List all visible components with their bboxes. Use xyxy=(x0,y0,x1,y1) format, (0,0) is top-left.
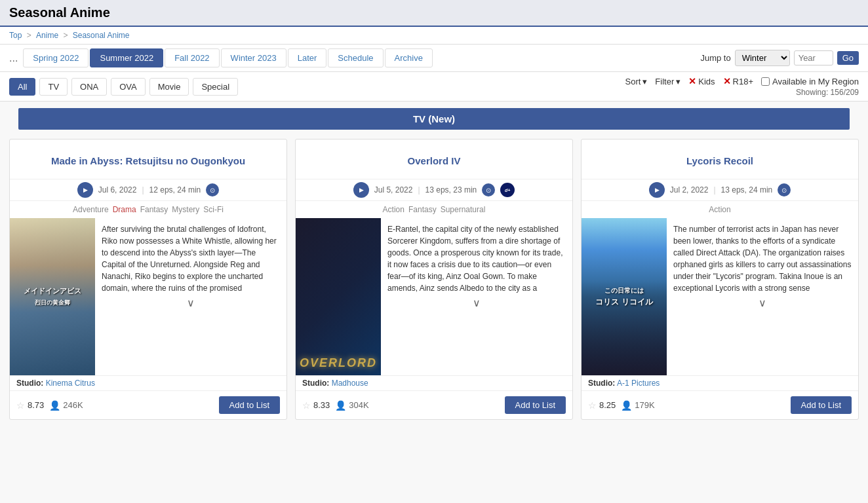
card-3-members-count: 179K xyxy=(635,400,654,410)
card-3-desc: The number of terrorist acts in Japan ha… xyxy=(667,218,858,375)
jump-to-year-input[interactable] xyxy=(794,50,833,65)
card-3-members: 👤 179K xyxy=(621,400,654,411)
card-3-studio-link[interactable]: A-1 Pictures xyxy=(617,379,660,388)
card-3-expand-arrow[interactable]: ∨ xyxy=(673,294,852,312)
page-title: Seasonal Anime xyxy=(9,5,859,20)
anime-card-2: Overlord IV Jul 5, 2022 | 13 eps, 23 min… xyxy=(295,139,573,420)
card-2-podcast-icon[interactable]: ⊙ xyxy=(482,183,495,196)
card-3-star-icon[interactable]: ☆ xyxy=(588,400,597,411)
kids-x-icon[interactable]: ✕ xyxy=(688,76,696,86)
genre-action2[interactable]: Action xyxy=(709,205,730,214)
genre-mystery[interactable]: Mystery xyxy=(172,205,199,214)
card-2-add-to-list-button[interactable]: Add to List xyxy=(505,396,566,414)
jump-to-go-button[interactable]: Go xyxy=(837,51,859,65)
kids-filter-tag: ✕ Kids xyxy=(688,76,715,86)
genre-scifi[interactable]: Sci-Fi xyxy=(203,205,224,214)
breadcrumb-top[interactable]: Top xyxy=(9,31,22,40)
tab-winter-2023[interactable]: Winter 2023 xyxy=(221,48,286,67)
filter-label: Filter xyxy=(655,77,674,86)
type-tv-button[interactable]: TV xyxy=(39,78,68,96)
more-seasons-dots[interactable]: ... xyxy=(9,52,18,64)
season-nav: ... Spring 2022 Summer 2022 Fall 2022 Wi… xyxy=(0,45,868,72)
breadcrumb-seasonal[interactable]: Seasonal Anime xyxy=(73,31,130,40)
card-2-title: Overlord IV xyxy=(296,140,572,179)
card-1-star-icon[interactable]: ☆ xyxy=(16,400,25,411)
type-movie-button[interactable]: Movie xyxy=(149,78,189,96)
card-2-body: OVERLORD E-Rantel, the capital city of t… xyxy=(296,218,572,375)
card-1-rating: ☆ 8.73 xyxy=(16,400,44,411)
card-3-podcast-icon[interactable]: ⊙ xyxy=(778,183,791,196)
available-region-check[interactable]: Available in My Region xyxy=(761,77,859,86)
sort-control[interactable]: Sort ▾ xyxy=(625,77,648,86)
r18-x-icon[interactable]: ✕ xyxy=(723,76,731,86)
genre-supernatural[interactable]: Supernatural xyxy=(441,205,486,214)
filter-control[interactable]: Filter ▾ xyxy=(655,77,681,86)
breadcrumb-sep-2: > xyxy=(63,31,69,40)
card-2-play-button[interactable] xyxy=(353,182,369,198)
type-ova-button[interactable]: OVA xyxy=(111,78,146,96)
tab-schedule[interactable]: Schedule xyxy=(328,48,383,67)
card-2-expand-arrow[interactable]: ∨ xyxy=(387,294,566,312)
card-2-star-icon[interactable]: ☆ xyxy=(302,400,311,411)
card-3-play-button[interactable] xyxy=(649,182,665,198)
anime-card-3: Lycoris Recoil Jul 2, 2022 | 13 eps, 24 … xyxy=(581,139,859,420)
card-1-rating-value: 8.73 xyxy=(28,400,44,410)
card-2-image: OVERLORD xyxy=(296,218,381,375)
card-1-members-icon: 👤 xyxy=(49,400,60,411)
card-1-podcast-icon[interactable]: ⊙ xyxy=(206,183,219,196)
page-header: Seasonal Anime xyxy=(0,0,868,27)
card-2-disney-icon[interactable]: d+ xyxy=(500,183,515,197)
jump-to-season-select[interactable]: Winter Spring Summer Fall xyxy=(735,50,790,66)
card-3-date: Jul 2, 2022 xyxy=(670,185,709,195)
available-region-label: Available in My Region xyxy=(772,77,859,86)
tab-archive[interactable]: Archive xyxy=(385,48,433,67)
r18-filter-tag: ✕ R18+ xyxy=(723,76,753,86)
type-all-button[interactable]: All xyxy=(9,78,35,96)
card-3-members-icon: 👤 xyxy=(621,400,632,411)
kids-label: Kids xyxy=(698,77,715,86)
breadcrumb-anime[interactable]: Anime xyxy=(36,31,58,40)
card-1-episodes: 12 eps, 24 min xyxy=(149,185,201,195)
card-1-play-button[interactable] xyxy=(77,182,93,198)
card-2-desc: E-Rantel, the capital city of the newly … xyxy=(381,218,572,375)
card-2-members: 👤 304K xyxy=(335,400,368,411)
card-1-title: Made in Abyss: Retsujitsu no Ougonkyou xyxy=(10,140,286,179)
card-1-studio-link[interactable]: Kinema Citrus xyxy=(46,379,95,388)
tab-spring-2022[interactable]: Spring 2022 xyxy=(23,48,89,67)
card-2-episodes: 13 eps, 23 min xyxy=(425,185,477,195)
card-3-meta-sep: | xyxy=(713,185,715,195)
tab-later[interactable]: Later xyxy=(288,48,327,67)
genre-fantasy[interactable]: Fantasy xyxy=(140,205,168,214)
card-1-expand-arrow[interactable]: ∨ xyxy=(102,294,280,312)
tab-fall-2022[interactable]: Fall 2022 xyxy=(165,48,219,67)
type-special-button[interactable]: Special xyxy=(193,78,238,96)
jump-to-label: Jump to xyxy=(700,53,730,63)
filter-chevron-icon: ▾ xyxy=(676,77,681,86)
genre-fantasy2[interactable]: Fantasy xyxy=(408,205,437,214)
card-1-genres: Adventure Drama Fantasy Mystery Sci-Fi xyxy=(10,201,286,218)
available-region-checkbox[interactable] xyxy=(761,77,770,86)
card-1-meta-sep: | xyxy=(142,185,144,195)
card-2-studio: Studio: Madhouse xyxy=(296,375,572,390)
card-1-members: 👤 246K xyxy=(49,400,83,411)
genre-action[interactable]: Action xyxy=(383,205,404,214)
type-ona-button[interactable]: ONA xyxy=(71,78,107,96)
card-2-studio-link[interactable]: Madhouse xyxy=(332,379,368,388)
card-3-studio: Studio: A-1 Pictures xyxy=(582,375,858,390)
card-2-genres: Action Fantasy Supernatural xyxy=(296,201,572,218)
card-1-image: メイドインアビス 烈日の黄金卿 xyxy=(10,218,95,375)
card-1-add-to-list-button[interactable]: Add to List xyxy=(219,396,280,414)
tab-summer-2022[interactable]: Summer 2022 xyxy=(90,48,163,67)
card-2-meta: Jul 5, 2022 | 13 eps, 23 min ⊙ d+ xyxy=(296,179,572,201)
genre-drama[interactable]: Drama xyxy=(113,205,136,214)
genre-adventure[interactable]: Adventure xyxy=(73,205,109,214)
breadcrumb: Top > Anime > Seasonal Anime xyxy=(0,27,868,45)
card-3-rating: ☆ 8.25 xyxy=(588,400,616,411)
card-2-rating: ☆ 8.33 xyxy=(302,400,330,411)
card-2-date: Jul 5, 2022 xyxy=(374,185,413,195)
card-3-add-to-list-button[interactable]: Add to List xyxy=(791,396,852,414)
card-3-body: この日常には コリス リコイル The number of terrorist … xyxy=(582,218,858,375)
anime-card-1: Made in Abyss: Retsujitsu no Ougonkyou J… xyxy=(9,139,287,420)
card-1-date: Jul 6, 2022 xyxy=(98,185,137,195)
section-header-tv-new: TV (New) xyxy=(18,108,850,130)
